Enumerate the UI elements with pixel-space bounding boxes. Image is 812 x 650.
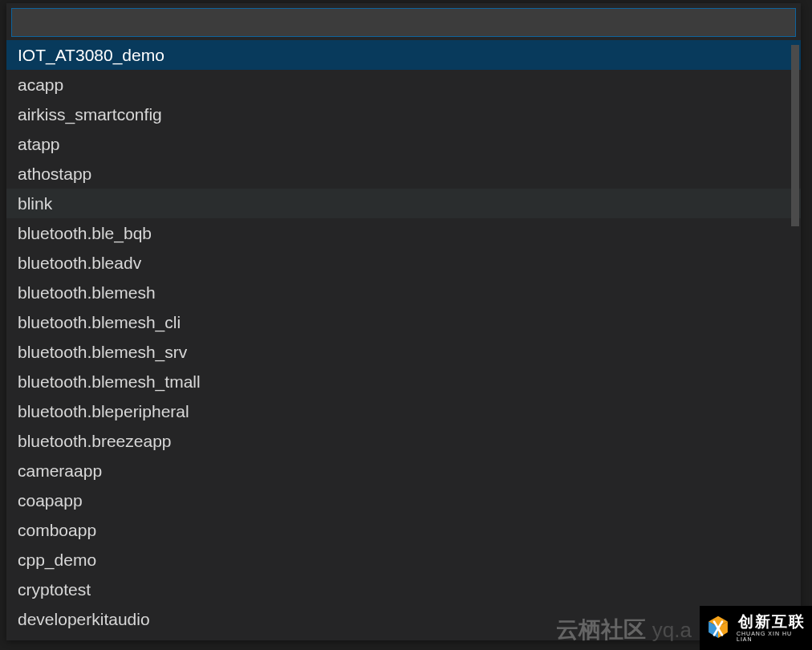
list-item[interactable]: atapp	[6, 129, 801, 159]
list-item[interactable]: bluetooth.bleadv	[6, 248, 801, 278]
options-list: IOT_AT3080_demoacappairkiss_smartconfiga…	[6, 40, 801, 640]
scrollbar-thumb[interactable]	[791, 45, 799, 226]
list-item[interactable]: bluetooth.breezeapp	[6, 426, 801, 456]
logo-text: 创新互联 CHUANG XIN HU LIAN	[737, 614, 807, 642]
logo-icon	[704, 615, 732, 642]
list-item[interactable]: comboapp	[6, 515, 801, 545]
app-frame: IOT_AT3080_demoacappairkiss_smartconfiga…	[0, 0, 812, 650]
list-item[interactable]: bluetooth.blemesh_tmall	[6, 367, 801, 396]
quickpick-panel: IOT_AT3080_demoacappairkiss_smartconfiga…	[6, 3, 801, 640]
list-item[interactable]: cryptotest	[6, 575, 801, 604]
list-item[interactable]: bluetooth.ble_bqb	[6, 218, 801, 248]
logo-badge: 创新互联 CHUANG XIN HU LIAN	[700, 606, 812, 650]
search-wrap	[6, 3, 801, 40]
list-item[interactable]: bluetooth.blemesh	[6, 278, 801, 307]
list-item[interactable]: athostapp	[6, 159, 801, 189]
list-item[interactable]: cameraapp	[6, 456, 801, 485]
list-item[interactable]: cpp_demo	[6, 545, 801, 575]
list-item[interactable]: acapp	[6, 70, 801, 100]
list-item[interactable]: IOT_AT3080_demo	[6, 40, 801, 70]
list-item[interactable]: developerkitaudio	[6, 604, 801, 634]
list-item[interactable]: coapapp	[6, 485, 801, 515]
list-item[interactable]: bluetooth.blemesh_cli	[6, 307, 801, 337]
search-input[interactable]	[11, 8, 796, 37]
list-item[interactable]: blink	[6, 189, 801, 218]
list-item[interactable]: bluetooth.blemesh_srv	[6, 337, 801, 367]
logo-en-text: CHUANG XIN HU LIAN	[737, 631, 807, 642]
list-item[interactable]: airkiss_smartconfig	[6, 100, 801, 129]
list-item[interactable]: bluetooth.bleperipheral	[6, 396, 801, 426]
logo-cn-text: 创新互联	[738, 614, 806, 629]
